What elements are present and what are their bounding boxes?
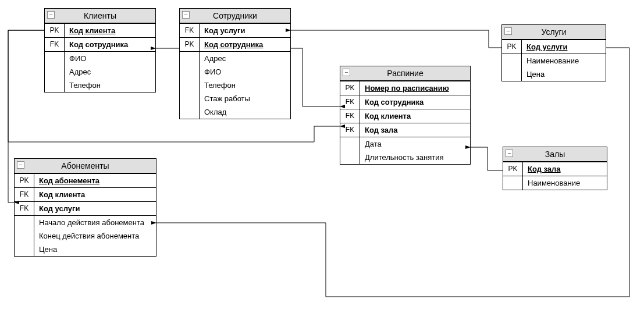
key-pk: PK bbox=[503, 162, 523, 176]
minus-icon[interactable]: − bbox=[47, 11, 55, 19]
key-none bbox=[15, 216, 34, 229]
key-none bbox=[180, 79, 200, 92]
key-pk: PK bbox=[340, 81, 360, 95]
field-label: Цена bbox=[522, 67, 606, 81]
field-label: Код сотрудника bbox=[65, 38, 155, 51]
key-none bbox=[15, 243, 34, 256]
key-pk: PK bbox=[180, 38, 200, 51]
entity-title: Абонементы bbox=[61, 161, 109, 170]
minus-icon[interactable]: − bbox=[506, 150, 513, 157]
entity-header[interactable]: − Клиенты bbox=[45, 9, 155, 23]
field-label: Цена bbox=[34, 243, 156, 256]
entity-title: Распиние bbox=[387, 69, 423, 78]
entity-header[interactable]: − Залы bbox=[503, 147, 607, 162]
entity-employees[interactable]: − Сотрудники FKКод услуги PKКод сотрудни… bbox=[179, 8, 291, 119]
key-none bbox=[180, 65, 200, 79]
field-label: Адрес bbox=[65, 65, 155, 79]
field-label: Длительность занятия bbox=[360, 151, 470, 164]
key-none bbox=[45, 52, 65, 65]
field-label: Код клиента bbox=[360, 109, 470, 123]
field-label: Код сотрудника bbox=[200, 38, 290, 51]
field-label: Адрес bbox=[200, 52, 290, 65]
field-label: Начало действия абонемента bbox=[34, 216, 156, 229]
minus-icon[interactable]: − bbox=[182, 11, 190, 19]
key-pk: PK bbox=[502, 40, 522, 54]
key-none bbox=[503, 176, 523, 190]
entity-header[interactable]: − Услуги bbox=[502, 25, 606, 40]
field-label: Код зала bbox=[360, 123, 470, 137]
minus-icon[interactable]: − bbox=[504, 27, 512, 35]
key-fk: FK bbox=[340, 95, 360, 109]
minus-icon[interactable]: − bbox=[343, 69, 350, 76]
field-label: Конец действия абонемента bbox=[34, 229, 156, 243]
field-label: Дата bbox=[360, 137, 470, 151]
entity-halls[interactable]: − Залы PKКод зала Наименование bbox=[503, 147, 607, 190]
key-none bbox=[45, 65, 65, 79]
field-label: Оклад bbox=[200, 105, 290, 119]
key-none bbox=[340, 151, 360, 164]
key-none bbox=[502, 54, 522, 67]
field-label: Код зала bbox=[523, 162, 607, 176]
key-fk: FK bbox=[180, 24, 200, 37]
field-label: Код услуги bbox=[200, 24, 290, 37]
key-pk: PK bbox=[15, 174, 34, 187]
key-none bbox=[502, 67, 522, 81]
key-pk: PK bbox=[45, 24, 65, 37]
field-label: ФИО bbox=[200, 65, 290, 79]
key-fk: FK bbox=[15, 188, 34, 201]
field-label: ФИО bbox=[65, 52, 155, 65]
entity-header[interactable]: − Сотрудники bbox=[180, 9, 290, 23]
field-label: Наименование bbox=[523, 176, 607, 190]
key-fk: FK bbox=[45, 38, 65, 51]
key-none bbox=[180, 52, 200, 65]
entity-subscriptions[interactable]: − Абонементы PKКод абонемента FKКод клие… bbox=[14, 158, 156, 257]
field-label: Номер по расписанию bbox=[360, 81, 470, 95]
field-label: Код сотрудника bbox=[360, 95, 470, 109]
field-label: Код абонемента bbox=[34, 174, 156, 187]
field-label: Наименование bbox=[522, 54, 606, 67]
key-none bbox=[180, 105, 200, 119]
field-label: Код клиента bbox=[34, 188, 156, 201]
field-label: Код услуги bbox=[34, 202, 156, 215]
key-none bbox=[180, 92, 200, 105]
entity-services[interactable]: − Услуги PKКод услуги Наименование Цена bbox=[501, 24, 606, 81]
field-label: Код услуги bbox=[522, 40, 606, 54]
entity-title: Сотрудники bbox=[213, 11, 257, 20]
field-label: Телефон bbox=[65, 79, 155, 92]
entity-schedule[interactable]: − Распиние PKНомер по расписанию FKКод с… bbox=[340, 66, 471, 165]
field-label: Код клиента bbox=[65, 24, 155, 37]
key-none bbox=[340, 137, 360, 151]
key-fk: FK bbox=[340, 123, 360, 137]
entity-header[interactable]: − Распиние bbox=[340, 66, 470, 81]
entity-title: Залы bbox=[545, 150, 565, 159]
entity-title: Услуги bbox=[541, 27, 566, 37]
entity-clients[interactable]: − Клиенты PKКод клиента FKКод сотрудника… bbox=[44, 8, 156, 93]
field-label: Телефон bbox=[200, 79, 290, 92]
key-fk: FK bbox=[15, 202, 34, 215]
key-fk: FK bbox=[340, 109, 360, 123]
minus-icon[interactable]: − bbox=[17, 161, 24, 169]
entity-title: Клиенты bbox=[84, 11, 116, 20]
key-none bbox=[15, 229, 34, 243]
field-label: Стаж работы bbox=[200, 92, 290, 105]
key-none bbox=[45, 79, 65, 92]
entity-header[interactable]: − Абонементы bbox=[15, 159, 156, 173]
